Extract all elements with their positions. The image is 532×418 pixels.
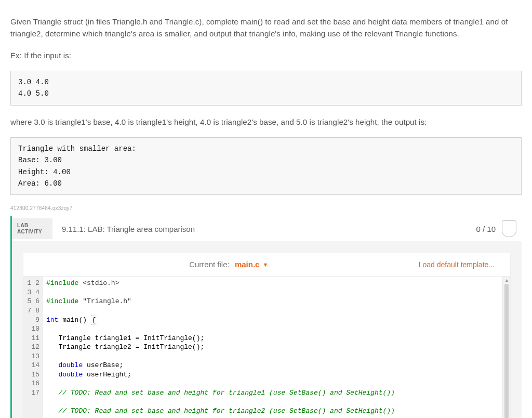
page-root: Given Triangle struct (in files Triangle…: [0, 0, 532, 418]
lab-badge-line1: LAB: [17, 223, 52, 229]
problem-statement-2: Ex: If the input is:: [10, 49, 522, 61]
current-file-name: main.c: [235, 260, 260, 269]
load-default-template-link[interactable]: Load default template...: [419, 260, 495, 269]
scrollbar-thumb[interactable]: [504, 284, 509, 418]
current-file-label: Current file:: [189, 260, 230, 269]
problem-statement-3: where 3.0 is triangle1's base, 4.0 is tr…: [10, 116, 522, 128]
lab-title: 9.11.1: LAB: Triangle area comparison: [52, 225, 476, 233]
vertical-scrollbar[interactable]: ▲ ▼: [502, 277, 510, 418]
editor-toolbar: Current file: main.c ▼ Load default temp…: [23, 253, 510, 276]
lab-activity-container: LAB ACTIVITY 9.11.1: LAB: Triangle area …: [10, 216, 522, 418]
current-file-selector[interactable]: Current file: main.c ▼: [39, 260, 419, 269]
code-area: 1 2 3 4 5 6 7 8 9 10 11 12 13 14 15 16 1…: [23, 276, 510, 418]
lab-header: LAB ACTIVITY 9.11.1: LAB: Triangle area …: [12, 216, 522, 241]
example-output-block: Triangle with smaller area: Base: 3.00 H…: [10, 137, 522, 195]
chevron-down-icon: ▼: [263, 262, 269, 268]
problem-statement-1: Given Triangle struct (in files Triangle…: [10, 16, 522, 40]
lab-body: Current file: main.c ▼ Load default temp…: [12, 241, 522, 418]
line-number-gutter: 1 2 3 4 5 6 7 8 9 10 11 12 13 14 15 16 1…: [23, 277, 43, 418]
code-editor-panel: Current file: main.c ▼ Load default temp…: [23, 253, 510, 418]
example-input-block: 3.0 4.0 4.0 5.0: [10, 71, 522, 106]
lab-badge: LAB ACTIVITY: [12, 218, 52, 239]
watermark-id: 412800.2778464.qx3zqy7: [10, 205, 522, 211]
scroll-up-arrow-icon[interactable]: ▲: [504, 278, 509, 283]
code-text[interactable]: #include <stdio.h> #include "Triangle.h"…: [43, 277, 502, 418]
lab-badge-line2: ACTIVITY: [17, 229, 52, 235]
lab-score: 0 / 10: [476, 225, 502, 233]
shield-icon: [502, 220, 516, 237]
